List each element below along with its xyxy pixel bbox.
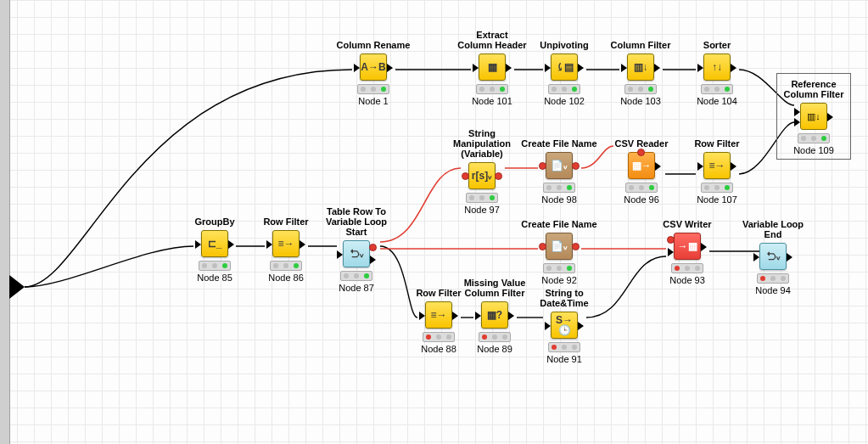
node-id: Node 86 — [248, 273, 324, 283]
node-variable-loop-end[interactable]: Variable Loop End ⮌ᵥ Node 94 — [735, 219, 811, 295]
node-id: Node 94 — [735, 285, 811, 295]
node-string-to-date-time[interactable]: String to Date&Time S→🕒 Node 91 — [526, 288, 602, 364]
node-title: String to Date&Time — [526, 288, 602, 308]
node-title: GroupBy — [176, 216, 253, 227]
filter-icon: ▥↓ — [634, 62, 648, 72]
status-lights — [671, 263, 703, 273]
status-lights — [423, 332, 455, 342]
node-title: Create File Name — [521, 219, 597, 229]
status-lights — [466, 193, 498, 203]
status-lights — [548, 342, 580, 352]
loop-start-icon: ⮌ᵥ — [350, 249, 364, 259]
status-lights — [701, 183, 733, 193]
node-row-filter-107[interactable]: Row Filter ≡→ Node 107 — [679, 138, 755, 205]
node-title: Column Rename — [335, 40, 412, 50]
node-csv-reader[interactable]: CSV Reader ▦→ Node 96 — [603, 138, 680, 205]
node-id: Node 91 — [526, 354, 602, 364]
node-title: CSV Reader — [603, 138, 680, 149]
ref-filter-icon: ▥↓ — [807, 111, 820, 122]
unpivot-icon: ⤹▤ — [556, 62, 574, 72]
node-row-filter-86[interactable]: Row Filter ≡→ Node 86 — [248, 216, 324, 283]
node-id: Node 109 — [782, 145, 845, 155]
node-reference-column-filter[interactable]: Reference Column Filter ▥↓ Node 109 — [776, 73, 851, 160]
csv-reader-icon: ▦→ — [632, 160, 652, 171]
node-title: Row Filter — [679, 138, 755, 149]
node-sorter[interactable]: Sorter ↑↓ Node 104 — [679, 40, 755, 106]
node-title: Table Row To Variable Loop Start — [318, 206, 395, 237]
node-extract-column-header[interactable]: Extract Column Header ▦ Node 101 — [454, 30, 530, 106]
node-title: Reference Column Filter — [782, 79, 845, 99]
status-lights — [701, 84, 733, 94]
left-gutter — [0, 0, 10, 444]
node-groupby[interactable]: GroupBy ⊏_ Node 85 — [176, 216, 253, 283]
status-lights — [624, 84, 657, 94]
node-title: Unpivoting — [526, 40, 602, 50]
workflow-canvas[interactable]: Column Rename A→B Node 1 Extract Column … — [0, 0, 868, 444]
node-title: Variable Loop End — [735, 219, 811, 239]
node-title: String Manipulation (Variable) — [444, 128, 520, 159]
node-title: Column Filter — [602, 40, 679, 50]
node-id: Node 85 — [176, 273, 253, 283]
node-title: CSV Writer — [649, 219, 725, 229]
workflow-input-port[interactable] — [9, 275, 25, 299]
rename-icon: A→B — [361, 62, 385, 72]
sort-icon: ↑↓ — [712, 62, 722, 72]
loop-end-icon: ⮌ᵥ — [766, 251, 781, 261]
string-to-date-icon: S→🕒 — [552, 315, 577, 335]
node-id: Node 104 — [679, 96, 755, 106]
status-lights — [798, 133, 830, 143]
node-id: Node 89 — [456, 344, 533, 354]
file-name-icon: 📄ᵥ — [551, 160, 568, 171]
row-filter-icon: ≡→ — [708, 160, 725, 171]
status-lights — [543, 263, 575, 273]
missing-col-filter-icon: ▦? — [487, 310, 502, 320]
node-title: Missing Value Column Filter — [456, 278, 533, 298]
node-id: Node 98 — [521, 194, 597, 205]
status-lights — [543, 183, 575, 193]
header-icon: ▦ — [488, 62, 497, 72]
node-id: Node 1 — [335, 96, 412, 106]
node-title: Sorter — [679, 40, 755, 50]
node-unpivoting[interactable]: Unpivoting ⤹▤ Node 102 — [526, 40, 602, 106]
node-id: Node 87 — [318, 283, 395, 293]
node-id: Node 103 — [602, 96, 679, 106]
node-column-filter[interactable]: Column Filter ▥↓ Node 103 — [602, 40, 679, 106]
string-var-icon: r[s]ᵥ — [472, 171, 492, 181]
status-lights — [357, 84, 389, 94]
node-title: Extract Column Header — [454, 30, 530, 50]
status-lights — [479, 332, 511, 342]
node-string-manipulation-variable[interactable]: String Manipulation (Variable) r[s]ᵥ Nod… — [444, 128, 520, 215]
node-id: Node 102 — [526, 96, 602, 106]
node-csv-writer[interactable]: CSV Writer →▦ Node 93 — [649, 219, 725, 285]
node-id: Node 107 — [679, 194, 755, 205]
status-lights — [625, 183, 658, 193]
node-create-file-name-92[interactable]: Create File Name 📄ᵥ Node 92 — [521, 219, 597, 285]
node-title: Row Filter — [248, 216, 324, 227]
groupby-icon: ⊏_ — [208, 239, 222, 249]
status-lights — [476, 84, 508, 94]
node-table-row-to-variable-loop-start[interactable]: Table Row To Variable Loop Start ⮌ᵥ Node… — [318, 206, 395, 293]
status-lights — [548, 84, 580, 94]
node-id: Node 101 — [454, 96, 530, 106]
node-column-rename[interactable]: Column Rename A→B Node 1 — [335, 40, 412, 106]
row-filter-icon: ≡→ — [277, 239, 294, 249]
node-create-file-name-98[interactable]: Create File Name 📄ᵥ Node 98 — [521, 138, 597, 205]
status-lights — [757, 273, 789, 284]
node-id: Node 97 — [444, 205, 520, 215]
csv-writer-icon: →▦ — [678, 241, 697, 251]
node-id: Node 96 — [603, 194, 680, 205]
node-missing-value-column-filter[interactable]: Missing Value Column Filter ▦? Node 89 — [456, 278, 533, 354]
status-lights — [199, 261, 231, 271]
node-id: Node 93 — [649, 275, 725, 285]
status-lights — [340, 271, 372, 281]
status-lights — [270, 261, 302, 271]
node-title: Create File Name — [521, 138, 597, 149]
row-filter-icon: ≡→ — [430, 310, 446, 320]
file-name-icon: 📄ᵥ — [551, 241, 568, 251]
